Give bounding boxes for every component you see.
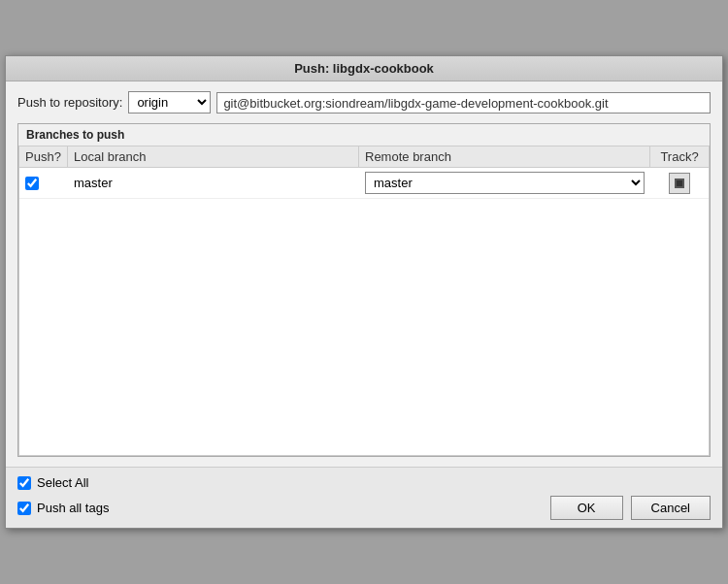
repo-select[interactable]: origin upstream bbox=[128, 91, 211, 114]
track-icon bbox=[675, 178, 684, 188]
dialog-body: Push to repository: origin upstream git@… bbox=[6, 81, 722, 467]
track-cell bbox=[650, 168, 709, 198]
select-all-checkbox[interactable] bbox=[17, 476, 31, 490]
col-track: Track? bbox=[650, 146, 709, 167]
branches-group: Branches to push Push? Local branch Remo… bbox=[17, 123, 711, 457]
push-all-tags-checkbox[interactable] bbox=[17, 502, 31, 515]
col-push: Push? bbox=[19, 146, 68, 167]
table-row: master master bbox=[19, 168, 709, 199]
repo-row: Push to repository: origin upstream git@… bbox=[17, 91, 711, 114]
local-branch-label: master bbox=[74, 176, 113, 190]
push-all-tags-label: Push all tags bbox=[37, 501, 109, 515]
col-local: Local branch bbox=[68, 146, 359, 167]
remote-branch-cell: master bbox=[359, 168, 650, 198]
remote-select-wrapper: master bbox=[365, 172, 645, 194]
select-all-row: Select All bbox=[17, 475, 711, 490]
push-tags-left: Push all tags bbox=[17, 501, 109, 515]
push-checkbox[interactable] bbox=[25, 177, 39, 190]
branches-table-area: Push? Local branch Remote branch Track? … bbox=[18, 146, 710, 456]
track-button[interactable] bbox=[669, 173, 690, 194]
repo-label: Push to repository: bbox=[17, 95, 122, 110]
bottom-bar: Select All Push all tags OK Cancel bbox=[6, 467, 722, 528]
push-tags-row: Push all tags OK Cancel bbox=[17, 496, 711, 520]
push-dialog: Push: libgdx-cookbook Push to repository… bbox=[5, 55, 723, 529]
cancel-button[interactable]: Cancel bbox=[631, 496, 711, 520]
ok-button[interactable]: OK bbox=[550, 496, 623, 520]
dialog-title: Push: libgdx-cookbook bbox=[6, 56, 722, 81]
remote-branch-select[interactable]: master bbox=[365, 172, 645, 194]
table-header: Push? Local branch Remote branch Track? bbox=[19, 146, 709, 168]
local-branch-cell: master bbox=[68, 168, 359, 198]
action-buttons: OK Cancel bbox=[550, 496, 711, 520]
select-all-label: Select All bbox=[37, 475, 88, 490]
push-cell bbox=[19, 168, 68, 198]
col-remote: Remote branch bbox=[359, 146, 650, 167]
branches-legend: Branches to push bbox=[18, 124, 710, 146]
repo-url: git@bitbucket.org:siondream/libgdx-game-… bbox=[216, 92, 711, 114]
